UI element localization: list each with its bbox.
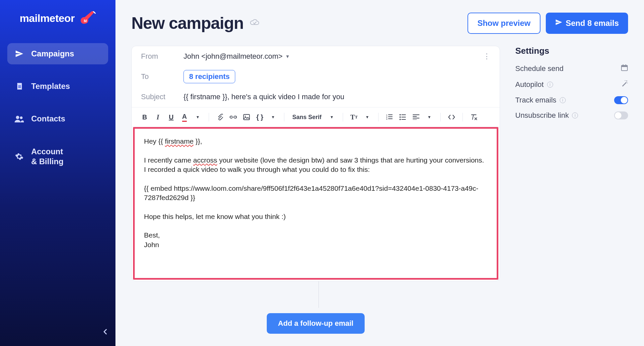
svg-point-19 bbox=[399, 119, 401, 120]
variables-dropdown[interactable]: ▼ bbox=[267, 111, 279, 123]
brand-name: mailmeteor bbox=[20, 12, 75, 25]
gear-icon bbox=[15, 152, 24, 161]
sidebar-item-label: Contacts bbox=[31, 114, 65, 123]
svg-point-31 bbox=[625, 80, 625, 81]
sidebar: mailmeteor M Campaigns Templates bbox=[0, 0, 115, 346]
svg-point-6 bbox=[20, 116, 23, 119]
followup-section: Add a follow-up email bbox=[131, 281, 500, 334]
subject-label: Subject bbox=[141, 93, 173, 101]
header: New campaign Show preview Send 8 emails bbox=[131, 13, 628, 34]
svg-point-5 bbox=[16, 116, 19, 119]
svg-rect-28 bbox=[625, 64, 626, 66]
svg-rect-23 bbox=[413, 118, 419, 118]
unordered-list-button[interactable] bbox=[397, 111, 408, 123]
send-emails-button[interactable]: Send 8 emails bbox=[546, 13, 628, 34]
info-icon[interactable] bbox=[572, 112, 578, 118]
composer-card: From John <john@mailmeteor.com> ▼ ⋮ To 8… bbox=[131, 46, 500, 281]
track-emails-toggle[interactable] bbox=[614, 96, 628, 104]
setting-unsubscribe-link[interactable]: Unsubscribe link bbox=[515, 111, 628, 120]
sidebar-item-templates[interactable]: Templates bbox=[7, 76, 108, 97]
align-dropdown[interactable]: ▼ bbox=[424, 111, 435, 123]
meteor-icon: M bbox=[77, 11, 96, 25]
people-icon bbox=[15, 115, 24, 122]
email-body-editor[interactable]: Hey {{ firstname }}, I recently came acc… bbox=[133, 127, 498, 280]
font-size-dropdown[interactable]: ▼ bbox=[362, 111, 373, 123]
to-row: To 8 recipients bbox=[132, 67, 500, 89]
page-title: New campaign bbox=[131, 14, 244, 33]
svg-rect-12 bbox=[388, 116, 393, 117]
underline-button[interactable]: U bbox=[166, 111, 177, 123]
svg-rect-7 bbox=[244, 114, 250, 120]
code-view-button[interactable] bbox=[446, 111, 457, 123]
connector-line bbox=[319, 281, 319, 308]
from-row: From John <john@mailmeteor.com> ▼ ⋮ bbox=[132, 46, 500, 67]
info-icon[interactable] bbox=[547, 82, 553, 88]
setting-schedule-send[interactable]: Schedule send bbox=[515, 64, 628, 73]
svg-rect-22 bbox=[413, 116, 417, 117]
send-icon bbox=[555, 19, 562, 28]
svg-point-8 bbox=[245, 116, 246, 117]
text-color-dropdown[interactable]: ▼ bbox=[192, 111, 203, 123]
svg-rect-21 bbox=[413, 114, 419, 115]
magic-wand-icon[interactable] bbox=[621, 80, 628, 89]
sidebar-item-account-billing[interactable]: Account & Billing bbox=[7, 141, 108, 173]
caret-down-icon: ▼ bbox=[285, 54, 290, 59]
cloud-sync-icon[interactable] bbox=[250, 19, 259, 28]
recipients-pill[interactable]: 8 recipients bbox=[183, 70, 235, 83]
show-preview-button[interactable]: Show preview bbox=[467, 13, 540, 34]
svg-rect-3 bbox=[18, 86, 21, 86]
svg-rect-27 bbox=[623, 64, 623, 66]
send-icon bbox=[15, 49, 24, 58]
text-color-button[interactable]: A bbox=[179, 111, 190, 123]
svg-rect-26 bbox=[621, 65, 627, 67]
svg-rect-16 bbox=[401, 114, 406, 115]
sidebar-item-label: Campaigns bbox=[31, 49, 74, 58]
sidebar-item-campaigns[interactable]: Campaigns bbox=[7, 43, 108, 64]
from-value[interactable]: John <john@mailmeteor.com> ▼ bbox=[183, 52, 290, 61]
font-family-dropdown[interactable]: ▼ bbox=[326, 111, 337, 123]
sidebar-collapse-button[interactable] bbox=[103, 328, 107, 337]
settings-title: Settings bbox=[515, 46, 628, 56]
editor-toolbar: B I U A ▼ bbox=[132, 107, 500, 127]
to-label: To bbox=[141, 72, 173, 81]
more-options-button[interactable]: ⋮ bbox=[483, 52, 490, 61]
brand-logo[interactable]: mailmeteor M bbox=[7, 11, 108, 25]
sidebar-item-label: Account & Billing bbox=[31, 147, 63, 167]
clear-formatting-button[interactable] bbox=[468, 111, 479, 123]
sidebar-item-contacts[interactable]: Contacts bbox=[7, 108, 108, 129]
svg-point-17 bbox=[399, 116, 401, 118]
align-button[interactable] bbox=[410, 111, 422, 123]
link-button[interactable] bbox=[228, 111, 239, 123]
setting-track-emails[interactable]: Track emails bbox=[515, 96, 628, 104]
svg-rect-4 bbox=[18, 87, 21, 88]
font-size-button[interactable]: TT bbox=[348, 111, 360, 123]
image-button[interactable] bbox=[241, 111, 252, 123]
calendar-icon[interactable] bbox=[621, 64, 628, 73]
svg-rect-20 bbox=[401, 119, 406, 120]
from-label: From bbox=[141, 52, 173, 61]
settings-panel: Settings Schedule send Autopilot Track e… bbox=[515, 46, 628, 126]
svg-point-29 bbox=[626, 81, 627, 82]
main-content: New campaign Show preview Send 8 emails … bbox=[115, 0, 644, 346]
subject-input[interactable]: {{ firstname }}, here's a quick video I … bbox=[183, 93, 344, 101]
info-icon[interactable] bbox=[560, 97, 566, 103]
attachment-button[interactable] bbox=[214, 111, 226, 123]
font-family-select[interactable]: Sans Serif bbox=[290, 111, 324, 123]
svg-rect-14 bbox=[388, 118, 393, 119]
unsubscribe-toggle[interactable] bbox=[614, 111, 628, 119]
composer: From John <john@mailmeteor.com> ▼ ⋮ To 8… bbox=[131, 46, 500, 334]
variables-button[interactable]: { } bbox=[254, 111, 265, 123]
sidebar-nav: Campaigns Templates Contacts Account & B… bbox=[7, 43, 108, 173]
ordered-list-button[interactable]: 123 bbox=[384, 111, 395, 123]
svg-text:3: 3 bbox=[386, 118, 388, 120]
add-followup-button[interactable]: Add a follow-up email bbox=[267, 313, 365, 334]
svg-point-15 bbox=[399, 114, 401, 115]
svg-text:M: M bbox=[84, 19, 87, 23]
italic-button[interactable]: I bbox=[152, 111, 164, 123]
sidebar-item-label: Templates bbox=[31, 82, 70, 91]
svg-rect-10 bbox=[388, 114, 393, 115]
svg-point-30 bbox=[627, 83, 628, 83]
bold-button[interactable]: B bbox=[139, 111, 150, 123]
setting-autopilot[interactable]: Autopilot bbox=[515, 80, 628, 89]
file-icon bbox=[15, 82, 24, 91]
